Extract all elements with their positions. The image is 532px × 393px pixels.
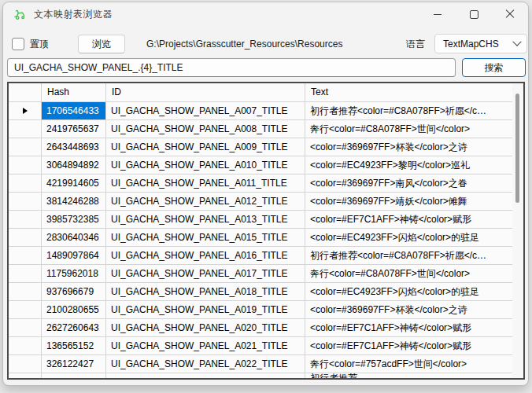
window-controls (419, 2, 528, 26)
cell-text[interactable]: <color=#EC4923FF>黎明</color>巡礼 (305, 156, 512, 174)
pin-on-top-label[interactable]: 置顶 (30, 38, 49, 50)
cell-hash[interactable]: 3064894892 (42, 156, 106, 174)
cell-id[interactable] (106, 373, 305, 378)
row-header-cell[interactable] (9, 229, 42, 247)
table-row[interactable]: 3064894892 UI_GACHA_SHOW_PANEL_A010_TITL… (9, 156, 512, 174)
cell-hash[interactable]: 2643448693 (42, 138, 106, 156)
cell-text[interactable]: 初行者推荐<color=#C8A078FF>祈愿</c… (305, 247, 512, 265)
cell-hash[interactable]: 136565152 (42, 337, 106, 355)
table-row[interactable]: 3814246288 UI_GACHA_SHOW_PANEL_A012_TITL… (9, 193, 512, 211)
cell-text[interactable]: 奔行<color=#757acdFF>世间</color> (305, 355, 512, 373)
row-header-cell[interactable] (9, 138, 42, 156)
table-row[interactable]: 136565152 UI_GACHA_SHOW_PANEL_A021_TITLE… (9, 337, 512, 355)
cell-id[interactable]: UI_GACHA_SHOW_PANEL_A020_TITLE (106, 319, 305, 337)
cell-id[interactable]: UI_GACHA_SHOW_PANEL_A010_TITLE (106, 156, 305, 174)
cell-id[interactable]: UI_GACHA_SHOW_PANEL_A018_TITLE (106, 283, 305, 301)
table-row[interactable]: 937696679 UI_GACHA_SHOW_PANEL_A018_TITLE… (9, 283, 512, 301)
search-input[interactable] (7, 58, 456, 77)
table-row[interactable]: 2643448693 UI_GACHA_SHOW_PANEL_A009_TITL… (9, 138, 512, 156)
row-header-cell[interactable] (9, 319, 42, 337)
grasscutter-app-icon (13, 8, 27, 21)
row-header-cell[interactable] (9, 283, 42, 301)
cell-hash[interactable]: 326122427 (42, 355, 106, 373)
cell-text[interactable]: <color=#EC4923FF>闪焰</color>的驻足 (305, 229, 512, 247)
table-row[interactable]: 2100280655 UI_GACHA_SHOW_PANEL_A019_TITL… (9, 301, 512, 319)
table-row[interactable]: 2419765637 UI_GACHA_SHOW_PANEL_A008_TITL… (9, 120, 512, 138)
language-combobox[interactable]: TextMapCHS (434, 34, 527, 53)
cell-id[interactable]: UI_GACHA_SHOW_PANEL_A009_TITLE (106, 138, 305, 156)
cell-id[interactable]: UI_GACHA_SHOW_PANEL_A008_TITLE (106, 120, 305, 138)
cell-id[interactable]: UI_GACHA_SHOW_PANEL_A007_TITLE (106, 102, 305, 120)
row-header-cell[interactable] (9, 156, 42, 174)
cell-hash[interactable]: 2100280655 (42, 301, 106, 319)
header-row-selector[interactable] (9, 83, 42, 102)
cell-text[interactable]: <color=#369697FF>靖妖</color>傩舞 (305, 193, 512, 211)
row-header-cell[interactable] (9, 193, 42, 211)
table-row[interactable]: 2830640346 UI_GACHA_SHOW_PANEL_A015_TITL… (9, 229, 512, 247)
vertical-scrollbar[interactable] (512, 83, 523, 378)
table-row[interactable]: 3985732385 UI_GACHA_SHOW_PANEL_A013_TITL… (9, 211, 512, 229)
cell-text[interactable]: <color=#369697FF>杯装</color>之诗 (305, 301, 512, 319)
cell-text[interactable]: 初行者推荐 (305, 373, 512, 378)
row-header-cell[interactable] (9, 301, 42, 319)
cell-id[interactable]: UI_GACHA_SHOW_PANEL_A022_TITLE (106, 355, 305, 373)
close-button[interactable] (492, 2, 528, 26)
cell-id[interactable]: UI_GACHA_SHOW_PANEL_A013_TITLE (106, 211, 305, 229)
cell-text[interactable]: 初行者推荐<color=#C8A078FF>祈愿</c… (305, 102, 512, 120)
search-button[interactable]: 搜索 (462, 58, 526, 77)
partial-row[interactable]: 初行者推荐 (9, 373, 512, 378)
row-header-cell[interactable] (9, 211, 42, 229)
pin-on-top-checkbox[interactable] (12, 38, 24, 50)
cell-id[interactable]: UI_GACHA_SHOW_PANEL_A017_TITLE (106, 265, 305, 283)
cell-text[interactable]: <color=#EC4923FF>闪焰</color>的驻足 (305, 283, 512, 301)
cell-id[interactable]: UI_GACHA_SHOW_PANEL_A011_TITLE (106, 174, 305, 193)
table-row[interactable]: 1706546433 UI_GACHA_SHOW_PANEL_A007_TITL… (9, 102, 512, 120)
cell-hash[interactable]: 2627260643 (42, 319, 106, 337)
cell-id[interactable]: UI_GACHA_SHOW_PANEL_A021_TITLE (106, 337, 305, 355)
scrollbar-thumb[interactable] (515, 94, 519, 203)
cell-text[interactable]: <color=#369697FF>南风</color>之眷 (305, 174, 512, 193)
cell-text[interactable]: 奔行<color=#C8A078FF>世间</color> (305, 265, 512, 283)
cell-hash[interactable]: 937696679 (42, 283, 106, 301)
cell-hash[interactable]: 3814246288 (42, 193, 106, 211)
cell-text[interactable]: <color=#EF7C1AFF>神铸</color>赋形 (305, 211, 512, 229)
row-header-cell[interactable] (9, 355, 42, 373)
cell-hash[interactable] (42, 373, 106, 378)
cell-hash[interactable]: 2419765637 (42, 120, 106, 138)
cell-id[interactable]: UI_GACHA_SHOW_PANEL_A012_TITLE (106, 193, 305, 211)
column-header-id[interactable]: ID (106, 83, 305, 102)
cell-hash[interactable]: 1175962018 (42, 265, 106, 283)
table-row[interactable]: 1489097864 UI_GACHA_SHOW_PANEL_A016_TITL… (9, 247, 512, 265)
table-row[interactable]: 4219914605 UI_GACHA_SHOW_PANEL_A011_TITL… (9, 174, 512, 193)
resources-path-label: G:\Projects\Grasscutter_Resources\Resour… (146, 38, 342, 50)
browse-button[interactable]: 浏览 (78, 35, 125, 53)
row-header-cell[interactable] (9, 247, 42, 265)
row-header-cell[interactable] (9, 265, 42, 283)
cell-hash[interactable]: 3985732385 (42, 211, 106, 229)
title-bar[interactable]: 文本映射表浏览器 (3, 2, 528, 26)
column-header-hash[interactable]: Hash (42, 83, 106, 102)
maximize-button[interactable] (456, 2, 492, 26)
cell-text[interactable]: <color=#EF7C1AFF>神铸</color>赋形 (305, 337, 512, 355)
cell-hash[interactable]: 1489097864 (42, 247, 106, 265)
cell-text[interactable]: <color=#EF7C1AFF>神铸</color>赋形 (305, 319, 512, 337)
table-row[interactable]: 326122427 UI_GACHA_SHOW_PANEL_A022_TITLE… (9, 355, 512, 373)
column-header-text[interactable]: Text (305, 83, 512, 102)
cell-hash[interactable]: 2830640346 (42, 229, 106, 247)
row-header-cell[interactable] (9, 337, 42, 355)
row-header-cell[interactable] (9, 120, 42, 138)
row-header-cell[interactable] (9, 373, 42, 378)
table-row[interactable]: 1175962018 UI_GACHA_SHOW_PANEL_A017_TITL… (9, 265, 512, 283)
cell-id[interactable]: UI_GACHA_SHOW_PANEL_A016_TITLE (106, 247, 305, 265)
cell-hash[interactable]: 4219914605 (42, 174, 106, 193)
row-header-cell[interactable] (9, 174, 42, 193)
cell-text[interactable]: 奔行<color=#C8A078FF>世间</color> (305, 120, 512, 138)
cell-text[interactable]: <color=#369697FF>杯装</color>之诗 (305, 138, 512, 156)
table-row[interactable]: 2627260643 UI_GACHA_SHOW_PANEL_A020_TITL… (9, 319, 512, 337)
row-header-cell[interactable] (9, 102, 42, 120)
cell-hash[interactable]: 1706546433 (42, 102, 106, 120)
data-grid: Hash ID Text 1706546433 UI_GACHA_SHOW_PA… (7, 82, 525, 380)
cell-id[interactable]: UI_GACHA_SHOW_PANEL_A019_TITLE (106, 301, 305, 319)
cell-id[interactable]: UI_GACHA_SHOW_PANEL_A015_TITLE (106, 229, 305, 247)
minimize-button[interactable] (419, 2, 456, 26)
